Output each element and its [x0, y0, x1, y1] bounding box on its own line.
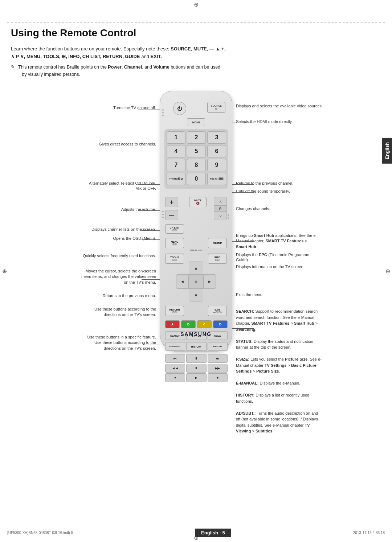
ann-color-line — [142, 313, 160, 313]
samsung-logo: SAMSUNG — [180, 331, 212, 337]
ann-cursor-label: Moves the cursor, selects the on-screen … — [80, 268, 156, 285]
btn-0[interactable]: 0 — [187, 173, 206, 185]
ann-ttx-label: Alternately select Teletext ON Double, M… — [83, 181, 156, 191]
ann-funcbtn-line — [232, 328, 254, 329]
page-number: English - 5 — [195, 529, 231, 537]
rewind-button[interactable]: ◄◄ — [165, 364, 185, 373]
dpad-down[interactable]: ▼ — [189, 289, 203, 301]
btn-2[interactable]: 2 — [187, 131, 206, 144]
btn-9[interactable]: 9 — [207, 159, 226, 171]
chlist-button[interactable]: CH LIST ⊟⊟ — [165, 224, 184, 234]
btn-1[interactable]: 1 — [167, 131, 185, 144]
dpad-up[interactable]: ▲ — [189, 262, 203, 274]
ann-vol-label: Adjusts the volume. — [121, 207, 156, 212]
btn-d-blue[interactable]: D — [213, 320, 228, 328]
menu-button[interactable]: MENU ⊟⊟ — [165, 238, 184, 248]
dpad-center[interactable]: ⊞ — [189, 274, 203, 289]
ann-hdmi-label: Selects the HDMI mode directly. — [236, 119, 293, 124]
chlist-icon: ⊟⊟ — [172, 229, 177, 232]
emanual-button[interactable]: E-MANUAL — [165, 342, 185, 351]
source-button[interactable]: SOURCE⊟ — [207, 102, 225, 113]
btn-c-yellow[interactable]: C — [197, 320, 212, 328]
ann-ttx-line — [138, 184, 160, 185]
dpad-right[interactable]: ► — [203, 274, 216, 289]
power-icon: ⏻ — [177, 106, 182, 111]
ann-epg-label: Displays the EPG (Electronic Programme G… — [236, 252, 323, 263]
btn-a-red[interactable]: A — [165, 320, 180, 328]
ann-infodisplay-label: Displays information on the TV screen. — [236, 264, 305, 269]
mute-button[interactable]: MUTE 🔇 — [189, 197, 207, 207]
tools-label: TOOLS — [170, 256, 179, 259]
stop-button[interactable]: ■ — [208, 373, 228, 382]
page-title: Using the Remote Control — [11, 27, 381, 39]
exit-button[interactable]: EXIT —⊟ ⊟x — [208, 306, 227, 316]
ann-exit-line — [232, 296, 254, 296]
remote-body: ⏻ SOURCE⊟ HDMI 1 2 3 4 ·5 6 — [160, 91, 232, 352]
ann-channels-line — [138, 146, 160, 146]
btn-6[interactable]: 6 — [207, 145, 226, 157]
menu-label: MENU — [171, 241, 179, 243]
ann-osd-line — [142, 239, 160, 240]
pause-button[interactable]: ⏸ — [186, 354, 206, 363]
source-label: SOURCE⊟ — [211, 104, 222, 111]
history-button[interactable]: HISTORY — [186, 342, 206, 351]
footer-right: 2013-11-13 4:36:18 — [353, 531, 385, 535]
return-button[interactable]: RETURN ⊟⊟ — [165, 306, 184, 316]
hdmi-button[interactable]: HDMI — [187, 118, 205, 126]
adsubt-button[interactable]: AD/SUBT. — [208, 342, 228, 351]
ann-tools-label: Quickly selects frequently used function… — [83, 253, 156, 258]
right-dots — [228, 214, 229, 219]
numpad-row-4: TTX/MIX⊟⊿ 0 PRE-CH⊟⊟ — [167, 173, 226, 185]
mute-label: MUTE — [194, 199, 201, 202]
reg-mark-top: ⊕ — [192, 1, 200, 8]
fast-forward-button[interactable]: ▶▶ — [208, 364, 228, 373]
btn-b-green[interactable]: B — [181, 320, 196, 328]
next-track-button[interactable]: ⏭ — [208, 354, 228, 363]
media-row-3: ● ▶ ■ — [165, 373, 228, 382]
prev-track-button[interactable]: ⏮ — [165, 354, 185, 363]
ann-smarthub-line — [232, 241, 254, 242]
mute-icon: 🔇 — [196, 202, 200, 205]
left-dots-2 — [162, 211, 164, 218]
ann-media-line — [142, 345, 160, 345]
return-icon: ⊟⊟ — [172, 311, 177, 314]
remote-control: ⏻ SOURCE⊟ HDMI 1 2 3 4 ·5 6 — [160, 91, 232, 352]
play-pause-button[interactable]: ⏸ — [186, 364, 206, 373]
ann-media-label: Use these buttons in a specific feature.… — [85, 334, 156, 351]
vol-down-button[interactable]: — — [165, 210, 178, 220]
dpad: ▲ ◄ ⊞ ► ▼ — [176, 262, 216, 301]
left-dots — [162, 109, 164, 116]
numpad-row-3: 7 8 9 — [167, 159, 226, 171]
btn-prech[interactable]: PRE-CH⊟⊟ — [207, 173, 226, 185]
ann-infodisplay-line — [232, 268, 254, 268]
ann-return-line — [142, 297, 160, 297]
return-label: RETURN — [169, 308, 180, 311]
ann-prech-line — [232, 184, 254, 185]
btn-4[interactable]: 4 — [167, 145, 185, 157]
btn-7[interactable]: 7 — [167, 159, 185, 171]
ch-down-button[interactable]: ∨ — [214, 212, 227, 220]
exit-label: EXIT — [215, 308, 220, 311]
ann-funcbtn-label: SEARCH: Support to recommendation search… — [236, 308, 323, 434]
vol-up-button[interactable]: + — [165, 197, 178, 207]
ann-power-line — [138, 110, 160, 110]
dpad-left[interactable]: ◄ — [176, 274, 189, 289]
power-button[interactable]: ⏻ — [173, 102, 186, 115]
menu-icon: ⊟⊟ — [172, 243, 177, 246]
intro-paragraph: Learn where the function buttons are on … — [11, 45, 381, 61]
btn-3[interactable]: 3 — [207, 131, 226, 144]
btn-5[interactable]: ·5 — [187, 145, 206, 157]
media-row-2: ◄◄ ⏸ ▶▶ — [165, 364, 228, 373]
ann-hdmi-line — [232, 123, 254, 123]
btn-8[interactable]: 8 — [187, 159, 206, 171]
tools-icon: ⊟⊟ — [172, 259, 177, 262]
play-button[interactable]: ▶ — [186, 373, 206, 382]
ann-chlist-label: Displays channel lists on the screen. — [91, 227, 156, 232]
record-button[interactable]: ● — [165, 373, 185, 382]
ch-up-button[interactable]: ∧ — [214, 197, 227, 206]
guide-button[interactable]: GUIDE — [208, 238, 227, 248]
footer: [UF5300-XH]BN68-04808T-03L16.indb 5 Engl… — [7, 527, 385, 537]
ann-chlist-line — [142, 230, 160, 231]
exit-icon: —⊟ ⊟x — [213, 311, 222, 314]
btn-ttx[interactable]: TTX/MIX⊟⊿ — [167, 173, 185, 185]
